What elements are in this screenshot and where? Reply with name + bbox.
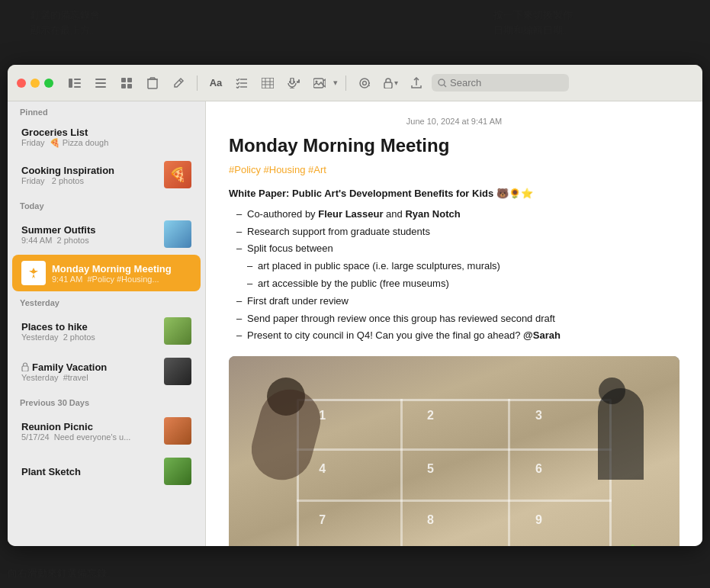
audio-button[interactable]: [283, 72, 304, 94]
note-thumbnail-reunion: [164, 417, 191, 445]
export-button[interactable]: [406, 72, 427, 94]
note-meta-family: Yesterday #travel: [21, 373, 158, 382]
note-content-hike: Places to hike Yesterday 2 photos: [21, 321, 158, 342]
svg-rect-25: [291, 78, 294, 84]
toolbar-divider-1: [197, 76, 198, 91]
note-meta-groceries: Friday 🍕 Pizza dough: [21, 138, 191, 148]
sidebar: Pinned Groceries List Friday 🍕 Pizza dou…: [8, 101, 206, 546]
note-title-family: Family Vacation: [32, 361, 107, 373]
note-item-plant[interactable]: Plant Sketch: [12, 451, 201, 491]
svg-line-16: [179, 80, 182, 82]
note-thumbnail-family: [164, 358, 191, 385]
note-item-groceries[interactable]: Groceries List Friday 🍕 Pizza dough: [12, 120, 201, 154]
annotation-bottom-left: 向右滑動來釘選備忘錄。: [8, 567, 117, 580]
note-line-2: Research support from graduate students: [236, 224, 679, 240]
note-thumbnail-cooking: 🍕: [164, 161, 191, 188]
note-line-5: art accessible by the public (free museu…: [236, 276, 679, 292]
share-mentions-button[interactable]: [354, 72, 375, 94]
note-line-3: Split focus between: [236, 241, 679, 257]
svg-rect-20: [262, 78, 274, 88]
note-content-family: Family Vacation Yesterday #travel: [21, 361, 158, 382]
note-tags: #Policy #Housing #Art: [229, 164, 679, 175]
svg-rect-4: [95, 79, 106, 80]
note-line-1: Co-authored by Fleur Lasseur and Ryan No…: [236, 207, 679, 223]
media-button[interactable]: [309, 72, 330, 94]
content-area: Pinned Groceries List Friday 🍕 Pizza dou…: [8, 101, 702, 546]
note-meta-monday: 9:41 AM #Policy #Housing...: [52, 275, 191, 284]
today-section-header: Today: [8, 195, 205, 214]
note-item-reunion[interactable]: Reunion Picnic 5/17/24 Need everyone's u…: [12, 411, 201, 451]
note-meta-cooking: Friday 2 photos: [21, 176, 158, 185]
yesterday-section-header: Yesterday: [8, 292, 205, 310]
svg-rect-38: [384, 82, 392, 88]
note-thumbnail-hike: [164, 317, 191, 345]
svg-rect-1: [74, 79, 81, 80]
svg-point-34: [360, 79, 369, 88]
note-detail: June 10, 2024 at 9:41 AM Monday Morning …: [206, 101, 702, 546]
svg-rect-11: [148, 79, 157, 88]
svg-rect-10: [127, 84, 132, 88]
pin-icon-container: [21, 261, 46, 285]
note-content-groceries: Groceries List Friday 🍕 Pizza dough: [21, 127, 191, 148]
search-input[interactable]: [450, 77, 557, 88]
note-content-plant: Plant Sketch: [21, 466, 158, 477]
svg-rect-6: [95, 86, 106, 88]
previous-section-header: Previous 30 Days: [8, 392, 205, 410]
toolbar-divider-2: [345, 76, 346, 91]
note-item-monday[interactable]: Monday Morning Meeting 9:41 AM #Policy #…: [12, 255, 201, 291]
note-meta-summer: 9:44 AM 2 photos: [21, 236, 158, 245]
note-content-monday: Monday Morning Meeting 9:41 AM #Policy #…: [52, 263, 191, 284]
note-line-4: art placed in public space (i.e. large s…: [236, 259, 679, 275]
svg-rect-3: [74, 86, 81, 88]
font-button[interactable]: Aa: [205, 72, 226, 94]
svg-rect-9: [121, 84, 126, 88]
note-body: White Paper: Public Art's Development Be…: [229, 186, 679, 546]
note-item-summer[interactable]: Summer Outfits 9:44 AM 2 photos: [12, 214, 201, 254]
delete-button[interactable]: [142, 72, 163, 94]
svg-rect-7: [121, 78, 126, 82]
note-title-hike: Places to hike: [21, 321, 158, 333]
traffic-lights: [17, 79, 53, 88]
note-item-cooking[interactable]: Cooking Inspiration Friday 2 photos 🍕: [12, 155, 201, 194]
note-title-monday: Monday Morning Meeting: [52, 263, 191, 275]
list-view-button[interactable]: [90, 72, 111, 94]
pinned-section-header: Pinned: [8, 101, 205, 120]
svg-rect-29: [294, 81, 295, 83]
maximize-button[interactable]: [44, 79, 53, 88]
note-date: June 10, 2024 at 9:41 AM: [229, 117, 679, 126]
close-button[interactable]: [17, 79, 26, 88]
toolbar: Aa: [8, 65, 702, 101]
table-button[interactable]: [257, 72, 278, 94]
svg-point-33: [316, 80, 318, 82]
svg-rect-8: [127, 78, 132, 82]
app-window: Aa: [8, 65, 702, 546]
minimize-button[interactable]: [31, 79, 40, 88]
note-heading: Monday Morning Meeting: [229, 135, 679, 156]
note-title-summer: Summer Outfits: [21, 224, 158, 236]
annotation-top-left: 釘選的備忘錄會 顯示在最上方。: [31, 8, 100, 37]
pin-icon: [28, 267, 39, 279]
note-item-family[interactable]: Family Vacation Yesterday #travel: [12, 352, 201, 391]
note-content-reunion: Reunion Picnic 5/17/24 Need everyone's u…: [21, 421, 158, 442]
lock-button[interactable]: ▾: [380, 72, 401, 94]
note-line-6: First draft under review: [236, 294, 679, 310]
note-title-groceries: Groceries List: [21, 127, 191, 138]
note-body-title: White Paper: Public Art's Development Be…: [229, 188, 533, 199]
note-image: 1 2 3 4 5 6 7 8 9: [229, 356, 679, 546]
note-item-hike[interactable]: Places to hike Yesterday 2 photos: [12, 311, 201, 351]
sidebar-toggle-button[interactable]: [64, 72, 85, 94]
note-title-cooking: Cooking Inspiration: [21, 165, 158, 176]
note-title-plant: Plant Sketch: [21, 466, 158, 477]
grid-view-button[interactable]: [116, 72, 137, 94]
svg-point-39: [439, 79, 445, 85]
note-line-7: Send paper through review once this grou…: [236, 311, 679, 327]
search-box: [432, 74, 569, 92]
checklist-button[interactable]: [231, 72, 252, 94]
svg-rect-0: [69, 79, 72, 88]
compose-button[interactable]: [168, 72, 189, 94]
svg-rect-31: [298, 79, 300, 83]
svg-rect-28: [289, 81, 291, 83]
svg-rect-2: [74, 82, 81, 84]
svg-rect-5: [95, 82, 106, 84]
svg-line-40: [444, 85, 446, 87]
